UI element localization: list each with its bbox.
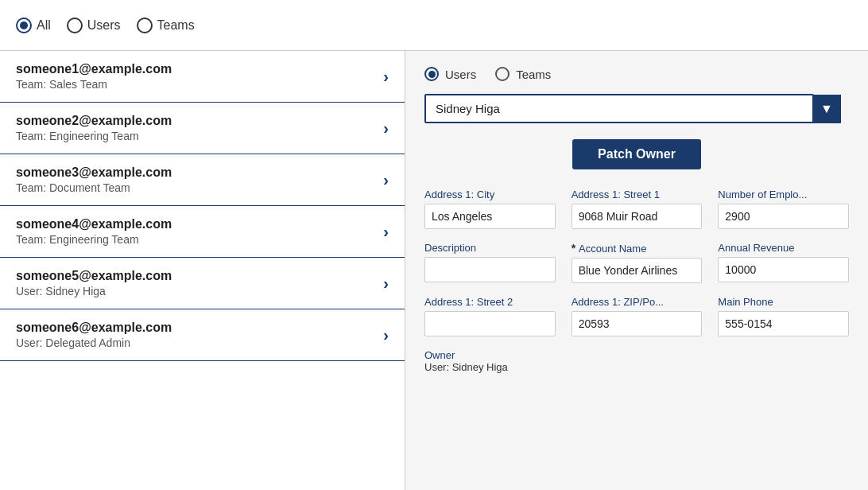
list-item[interactable]: someone5@example.com User: Sidney Higa › [0, 258, 405, 309]
list-item-sub: Team: Sales Team [16, 78, 172, 91]
field-required-indicator: * [572, 242, 575, 255]
field-group: * Account Name [572, 242, 703, 283]
list-item-email: someone5@example.com [16, 269, 172, 283]
field-input[interactable] [424, 311, 556, 336]
list-item-text: someone5@example.com User: Sidney Higa [16, 269, 172, 298]
field-group: Number of Emplo... [718, 189, 849, 229]
top-radio-users-circle [67, 18, 83, 33]
dropdown-chevron-icon: ▼ [820, 102, 833, 116]
chevron-right-icon: › [383, 171, 389, 189]
field-label: Number of Emplo... [718, 189, 807, 200]
owner-field-value: User: Sidney Higa [424, 361, 849, 373]
field-group: Description [424, 242, 556, 283]
field-input[interactable] [424, 204, 556, 229]
left-list-panel: someone1@example.com Team: Sales Team › … [0, 51, 405, 490]
top-filter-bar: All Users Teams [0, 0, 868, 51]
list-item-sub: User: Delegated Admin [16, 336, 172, 349]
list-item-email: someone3@example.com [16, 165, 172, 180]
patch-owner-row: Patch Owner [424, 139, 849, 169]
field-group: Address 1: Street 1 [572, 189, 703, 229]
top-radio-users-label: Users [87, 18, 121, 33]
list-item-text: someone3@example.com Team: Document Team [16, 165, 172, 194]
field-label: Address 1: Street 1 [572, 189, 660, 200]
field-group: Main Phone [718, 296, 849, 336]
field-input[interactable] [572, 311, 703, 336]
field-label: Account Name [579, 243, 646, 255]
top-radio-all[interactable]: All [16, 18, 51, 33]
field-input[interactable] [572, 204, 703, 229]
chevron-right-icon: › [383, 326, 389, 344]
field-label: Annual Revenue [718, 242, 794, 254]
chevron-right-icon: › [383, 119, 389, 138]
field-label: Address 1: City [424, 189, 494, 200]
right-radio-teams[interactable]: Teams [495, 67, 551, 81]
right-detail-panel: Users Teams Sidney Higa ▼ Patch Owner Ad… [405, 51, 868, 490]
field-label: Main Phone [718, 296, 773, 308]
field-input[interactable] [718, 257, 849, 282]
list-item-email: someone6@example.com [16, 321, 172, 335]
right-radio-users-circle [424, 67, 439, 81]
list-item-sub: Team: Engineering Team [16, 233, 172, 246]
field-group: Annual Revenue [718, 242, 849, 283]
owner-dropdown[interactable]: Sidney Higa [424, 94, 814, 123]
field-label: Address 1: ZIP/Po... [572, 296, 664, 308]
list-item-text: someone1@example.com Team: Sales Team [16, 62, 172, 91]
list-item[interactable]: someone4@example.com Team: Engineering T… [0, 206, 405, 258]
list-item-sub: Team: Engineering Team [16, 130, 172, 142]
main-content: someone1@example.com Team: Sales Team › … [0, 51, 868, 490]
right-radio-teams-circle [495, 67, 510, 81]
field-input[interactable] [424, 257, 556, 282]
field-group: Address 1: Street 2 [424, 296, 556, 336]
list-item-email: someone4@example.com [16, 217, 172, 231]
right-radio-users[interactable]: Users [424, 67, 476, 81]
top-radio-all-label: All [37, 18, 51, 33]
top-radio-group: All Users Teams [16, 18, 195, 33]
list-item-text: someone2@example.com Team: Engineering T… [16, 114, 172, 142]
top-radio-teams-label: Teams [157, 18, 195, 33]
top-radio-teams-circle [137, 18, 153, 33]
list-item[interactable]: someone1@example.com Team: Sales Team › [0, 51, 405, 103]
field-group: Address 1: City [424, 189, 556, 229]
list-item[interactable]: someone2@example.com Team: Engineering T… [0, 103, 405, 154]
field-label: Address 1: Street 2 [424, 296, 513, 308]
fields-grid: Address 1: CityAddress 1: Street 1Number… [424, 189, 849, 336]
dropdown-chevron-button[interactable]: ▼ [812, 95, 841, 123]
field-input[interactable] [718, 311, 849, 336]
chevron-right-icon: › [383, 223, 389, 241]
right-radio-teams-label: Teams [516, 68, 551, 81]
right-radio-users-label: Users [445, 68, 476, 81]
list-item-text: someone6@example.com User: Delegated Adm… [16, 321, 172, 349]
patch-owner-button[interactable]: Patch Owner [572, 139, 701, 169]
dropdown-row: Sidney Higa ▼ [424, 94, 849, 123]
field-input[interactable] [572, 258, 703, 283]
dropdown-selected-value: Sidney Higa [436, 102, 500, 115]
chevron-right-icon: › [383, 274, 389, 293]
top-radio-users[interactable]: Users [67, 18, 121, 33]
owner-field-label: Owner [424, 349, 849, 361]
owner-row: Owner User: Sidney Higa [424, 349, 849, 373]
top-radio-all-circle [16, 18, 32, 33]
field-input[interactable] [718, 204, 849, 229]
top-radio-teams[interactable]: Teams [137, 18, 195, 33]
chevron-right-icon: › [383, 68, 389, 86]
list-item[interactable]: someone3@example.com Team: Document Team… [0, 154, 405, 206]
field-label: Description [424, 242, 476, 254]
list-item-text: someone4@example.com Team: Engineering T… [16, 217, 172, 246]
list-item[interactable]: someone6@example.com User: Delegated Adm… [0, 309, 405, 361]
list-item-sub: Team: Document Team [16, 181, 172, 194]
list-item-email: someone1@example.com [16, 62, 172, 76]
list-item-sub: User: Sidney Higa [16, 285, 172, 298]
right-radio-row: Users Teams [424, 67, 849, 81]
field-group: Address 1: ZIP/Po... [572, 296, 703, 336]
list-item-email: someone2@example.com [16, 114, 172, 128]
